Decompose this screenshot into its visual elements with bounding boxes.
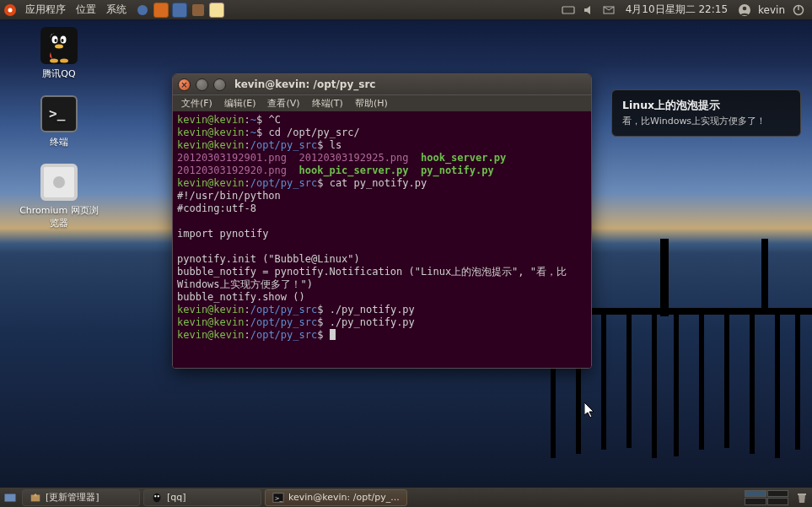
desktop-icon-terminal[interactable]: 终端	[17, 95, 101, 148]
chromium-icon	[40, 164, 78, 201]
svg-point-2	[137, 5, 148, 15]
qq-icon	[40, 27, 78, 64]
applet-icon[interactable]	[172, 3, 187, 18]
notification-title: Linux上的泡泡提示	[622, 99, 790, 113]
svg-rect-26	[798, 494, 806, 495]
task-label: [qq]	[167, 492, 186, 503]
svg-rect-19	[4, 494, 16, 502]
power-icon[interactable]	[792, 3, 805, 17]
keyboard-icon[interactable]	[562, 3, 575, 17]
taskbar-item-terminal[interactable]: >_ kevin@kevin: /opt/py_...	[265, 489, 407, 506]
window-minimize-button[interactable]	[196, 78, 208, 91]
terminal-window[interactable]: × kevin@kevin: /opt/py_src 文件(F) 编辑(E) 查…	[172, 73, 592, 369]
task-label: [更新管理器]	[46, 491, 99, 504]
notification-body: 看，比Windows上实现方便多了！	[622, 115, 790, 127]
svg-point-15	[62, 39, 64, 42]
window-maximize-button[interactable]	[213, 78, 226, 91]
svg-point-7	[743, 6, 747, 10]
menu-applications[interactable]: 应用程序	[20, 0, 71, 19]
window-title: kevin@kevin: /opt/py_src	[234, 78, 375, 90]
terminal-menubar: 文件(F) 编辑(E) 查看(V) 终端(T) 帮助(H)	[173, 94, 591, 111]
desktop-icon-label: 终端	[50, 137, 68, 148]
window-close-button[interactable]: ×	[178, 78, 191, 91]
svg-point-18	[60, 59, 68, 63]
menu-file[interactable]: 文件(F)	[176, 96, 218, 111]
taskbar-item-qq[interactable]: [qq]	[143, 489, 261, 506]
menu-places[interactable]: 位置	[71, 0, 101, 19]
applet-icon[interactable]	[191, 3, 206, 18]
user-icon[interactable]	[738, 3, 751, 17]
user-name[interactable]: kevin	[758, 4, 785, 16]
show-desktop-button[interactable]	[0, 488, 20, 508]
svg-text:>_: >_	[275, 494, 283, 501]
workspace-1[interactable]	[745, 490, 766, 498]
firefox-icon[interactable]	[153, 3, 169, 18]
terminal-body[interactable]: kevin@kevin:~$ ^C kevin@kevin:~$ cd /opt…	[173, 111, 591, 368]
volume-icon[interactable]	[582, 3, 595, 17]
ubuntu-logo-icon[interactable]	[0, 0, 20, 20]
terminal-output: kevin@kevin:~$ ^C kevin@kevin:~$ cd /opt…	[177, 114, 587, 342]
svg-rect-4	[562, 7, 574, 13]
workspace-3[interactable]	[745, 498, 766, 505]
menu-terminal[interactable]: 终端(T)	[307, 96, 348, 111]
svg-point-14	[55, 39, 57, 42]
workspace-2[interactable]	[767, 490, 789, 498]
svg-point-23	[158, 495, 159, 497]
update-icon	[30, 492, 41, 504]
window-titlebar[interactable]: × kevin@kevin: /opt/py_src	[173, 74, 591, 94]
bottom-panel: [更新管理器] [qq] >_ kevin@kevin: /opt/py_...	[0, 487, 812, 507]
applet-icon[interactable]	[135, 3, 150, 18]
menu-view[interactable]: 查看(V)	[262, 96, 304, 111]
qq-small-icon	[151, 492, 163, 504]
notification-bubble[interactable]: Linux上的泡泡提示 看，比Windows上实现方便多了！	[611, 89, 801, 137]
svg-rect-9	[798, 5, 799, 10]
desktop-icon-chromium[interactable]: Chromium 网页浏览器	[17, 164, 101, 229]
workspace-4[interactable]	[767, 498, 789, 505]
terminal-small-icon: >_	[272, 492, 284, 504]
svg-point-22	[154, 495, 156, 497]
menu-help[interactable]: 帮助(H)	[350, 96, 393, 111]
cursor-block	[330, 329, 336, 340]
clock[interactable]: 4月10日星期二 22:15	[622, 3, 731, 17]
qq-tray-icon[interactable]	[209, 3, 224, 18]
svg-point-17	[50, 59, 58, 63]
desktop-icon-label: 腾讯QQ	[42, 68, 75, 79]
mouse-cursor-icon	[584, 402, 596, 419]
menu-edit[interactable]: 编辑(E)	[219, 96, 261, 111]
desktop[interactable]: 腾讯QQ 终端 Chromium 网页浏览器 × kevin@kevin: /o…	[0, 20, 812, 487]
svg-rect-3	[192, 4, 204, 16]
workspace-switcher[interactable]	[745, 490, 788, 505]
desktop-icon-label: Chromium 网页浏览器	[19, 205, 99, 229]
trash-icon[interactable]	[792, 488, 812, 508]
svg-point-21	[153, 493, 161, 502]
top-panel: 应用程序 位置 系统 4月10日星期二 22:15 kevin	[0, 0, 812, 20]
desktop-icon-qq[interactable]: 腾讯QQ	[17, 27, 101, 80]
task-label: kevin@kevin: /opt/py_...	[288, 492, 400, 503]
mail-icon[interactable]	[602, 3, 616, 17]
svg-point-1	[8, 8, 13, 12]
taskbar-item-update-manager[interactable]: [更新管理器]	[22, 489, 140, 506]
terminal-icon	[40, 95, 78, 132]
svg-point-16	[55, 45, 63, 49]
menu-system[interactable]: 系统	[101, 0, 132, 19]
